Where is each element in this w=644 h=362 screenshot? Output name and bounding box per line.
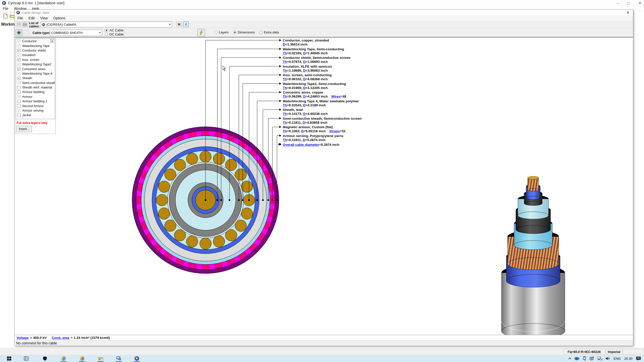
layer-list-item[interactable]: Jacket — [16, 113, 55, 117]
checkbox[interactable] — [17, 114, 21, 117]
diameter-link[interactable]: D — [283, 42, 285, 46]
checkbox[interactable] — [17, 100, 21, 103]
cable-select[interactable]: (CIGRE6A) Cable6A — [41, 22, 172, 27]
cymcap-taskbar-button[interactable] — [131, 355, 142, 362]
voltage-link[interactable]: Voltage — [17, 336, 29, 340]
eye-icon[interactable] — [574, 357, 579, 360]
layer-list-item[interactable]: Armour bedding — [16, 90, 55, 94]
cable-type-select[interactable]: COMBINED SHEATH — [50, 30, 102, 36]
diameter-link[interactable]: D — [303, 121, 305, 124]
checkbox[interactable]: ✓ — [17, 54, 21, 57]
task-view-button[interactable] — [21, 355, 32, 362]
diameter-link[interactable]: D — [303, 60, 306, 64]
layer-list-item[interactable]: ✓Armour serving — [16, 108, 55, 113]
remote-desktop-button[interactable] — [113, 355, 124, 362]
screen-capture-icon[interactable] — [590, 357, 594, 360]
checkbox[interactable]: ✓ — [17, 67, 21, 71]
diameter-link[interactable]: D — [303, 69, 306, 72]
checkbox[interactable]: ✓ — [17, 72, 21, 75]
duct-view-button[interactable] — [23, 29, 29, 36]
layer-list-item[interactable]: ✓Semi-conductive sheath — [16, 81, 55, 85]
new-file-button[interactable] — [3, 12, 8, 20]
diameter-link[interactable]: D — [301, 129, 304, 133]
maximize-button[interactable]: □ — [627, 1, 630, 5]
checkbox[interactable]: ✓ — [17, 63, 21, 66]
layer-list-item[interactable]: ✓Insu. screen — [16, 58, 55, 62]
chrome-button[interactable] — [58, 355, 69, 362]
checkbox[interactable]: ✓ — [17, 44, 21, 48]
thickness-link[interactable]: Th — [283, 86, 287, 90]
defender-button[interactable] — [39, 355, 50, 362]
checkbox[interactable]: ✓ — [17, 49, 21, 52]
checkbox[interactable] — [17, 104, 21, 108]
network-icon[interactable] — [597, 357, 602, 360]
diameter-link[interactable]: D — [303, 77, 306, 81]
minimize-button[interactable]: – — [617, 1, 619, 5]
usb-device-icon[interactable] — [583, 356, 586, 361]
layer-list-item[interactable]: ✓Waterblocking Tape2 — [16, 62, 55, 67]
radio-dimensions[interactable]: Dimensions — [233, 30, 255, 34]
thickness-link[interactable]: Th — [283, 112, 287, 116]
checkbox[interactable]: ✓ — [17, 40, 21, 43]
layer-list-item[interactable]: ✓Waterblocking Tape — [16, 43, 55, 48]
thickness-link[interactable]: Th — [283, 60, 287, 64]
diameter-link[interactable]: D — [303, 51, 306, 55]
radio-extra-data[interactable]: Extra data — [259, 30, 279, 34]
radio-dc-cable[interactable]: DC Cable — [105, 32, 124, 36]
layer-list-item[interactable]: ✓Sheath — [16, 76, 55, 80]
print-button[interactable] — [22, 22, 28, 27]
diameter-link[interactable]: D — [303, 112, 306, 116]
thickness-link[interactable]: Th — [283, 129, 287, 133]
dialog-menu-edit[interactable]: Edit — [26, 16, 37, 20]
diameter-link[interactable]: D — [303, 95, 306, 98]
layer-list-item[interactable]: ✓Conductor shield — [16, 48, 55, 53]
extra-link[interactable]: Wires — [331, 95, 341, 98]
language-indicator[interactable]: ENG — [614, 357, 621, 360]
layer-list-item[interactable]: ✓Conductor — [16, 39, 55, 43]
save-button[interactable] — [16, 22, 21, 27]
overall-diameter-link[interactable]: Overall cable diameter — [283, 143, 319, 147]
checkbox[interactable] — [17, 86, 21, 89]
layer-list-close-button[interactable]: x — [50, 39, 54, 43]
checkbox[interactable]: ✓ — [17, 58, 21, 61]
metric-button[interactable]: M — [176, 22, 182, 27]
layer-list-item[interactable]: ✓Waterblocking Tape 4 — [16, 71, 55, 76]
start-button[interactable] — [4, 355, 15, 362]
diameter-link[interactable]: D — [303, 86, 306, 90]
radio-ac-cable[interactable]: AC Cable — [105, 28, 124, 32]
diameter-link[interactable]: D — [303, 138, 305, 142]
diameter-link[interactable]: D — [303, 103, 306, 107]
insert-button[interactable]: Insert... — [16, 126, 32, 132]
layer-list-item[interactable]: ✓Concentric wires — [16, 67, 55, 71]
thickness-link[interactable]: Th — [283, 95, 287, 98]
thickness-link[interactable]: Th — [283, 77, 287, 81]
thickness-link[interactable]: Th — [283, 138, 287, 142]
dialog-menu-options[interactable]: Options — [51, 16, 68, 20]
chrome-button-2[interactable] — [76, 355, 88, 362]
action-center-icon[interactable] — [636, 356, 641, 361]
dialog-menu-file[interactable]: File — [15, 16, 26, 20]
tray-expand-chevron-icon[interactable] — [569, 357, 571, 360]
checkbox[interactable]: ✓ — [17, 77, 21, 80]
cond-area-link[interactable]: Cond. area — [52, 336, 69, 340]
checkbox[interactable]: ✓ — [17, 109, 21, 112]
checkbox[interactable] — [17, 90, 21, 94]
speaker-icon[interactable] — [606, 357, 610, 360]
imperial-button[interactable]: I — [183, 22, 189, 27]
close-button[interactable]: ✕ — [638, 1, 641, 5]
file-explorer-button[interactable] — [95, 355, 106, 362]
thickness-link[interactable]: Th — [283, 121, 287, 124]
checkbox[interactable]: ✓ — [17, 81, 21, 84]
layer-list-item[interactable]: Armour bedding 2 — [16, 99, 55, 104]
dialog-menu-view[interactable]: View — [37, 16, 51, 20]
cable-view-button[interactable] — [16, 29, 22, 36]
thickness-link[interactable]: Th — [283, 69, 287, 72]
checkbox[interactable]: ✓ — [17, 95, 21, 98]
layer-list-item[interactable]: Second Armour — [16, 104, 55, 108]
radio-layers[interactable]: Layers — [214, 30, 229, 34]
dialog-close-icon[interactable]: ✕ — [626, 10, 629, 15]
layer-list-item[interactable]: ✓Armour — [16, 95, 55, 99]
layer-list-item[interactable]: ✓Insulation — [16, 53, 55, 57]
calculate-button[interactable] — [197, 29, 205, 36]
app-menu-file[interactable]: File — [0, 7, 11, 11]
